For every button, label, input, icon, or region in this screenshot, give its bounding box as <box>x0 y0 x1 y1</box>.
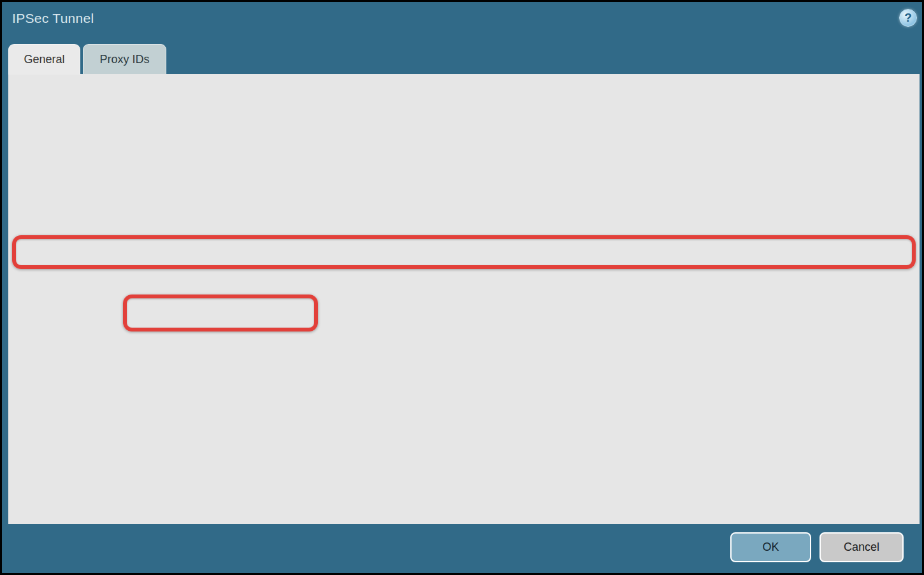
dialog-title: IPSec Tunnel <box>12 11 94 26</box>
general-tab-panel <box>8 74 920 524</box>
tab-proxy-ids[interactable]: Proxy IDs <box>83 44 166 75</box>
ok-button[interactable]: OK <box>730 532 811 562</box>
help-icon[interactable]: ? <box>899 9 917 27</box>
tab-general[interactable]: General <box>8 44 80 75</box>
cancel-button[interactable]: Cancel <box>819 532 904 562</box>
ipsec-tunnel-dialog: IPSec Tunnel ? General Proxy IDs Name Tu… <box>0 0 924 575</box>
